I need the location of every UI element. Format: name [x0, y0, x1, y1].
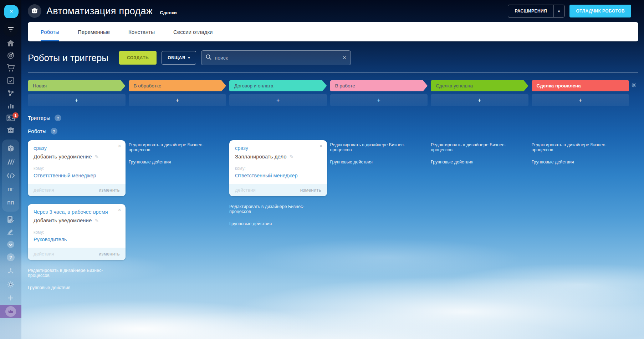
stage-in-work[interactable]: В работе	[330, 80, 428, 91]
robot-timing-link[interactable]: сразу	[34, 145, 47, 151]
automation-logo	[28, 4, 41, 18]
recipient-link[interactable]: Ответственный менеджер	[34, 173, 96, 178]
designer-link[interactable]: Редактировать в дизайнере Бизнес-процесс…	[330, 142, 423, 152]
help-icon: ?	[7, 253, 15, 261]
close-icon[interactable]: ×	[118, 143, 121, 148]
add-robot-button-3[interactable]: +	[229, 94, 327, 106]
card-edit-link[interactable]: изменить	[99, 187, 120, 193]
designer-link[interactable]: Редактировать в дизайнере Бизнес-процесс…	[431, 142, 523, 152]
sidebar-item-pg[interactable]: ПГ	[3, 182, 19, 196]
close-icon[interactable]: ×	[320, 143, 323, 148]
edit-pencil-icon[interactable]: ✎	[94, 218, 99, 223]
group-actions-link[interactable]: Групповые действия	[431, 160, 523, 165]
stages-grid: Новая В обработке Договор и оплата В раб…	[28, 80, 629, 91]
edit-pencil-icon[interactable]: ✎	[94, 154, 99, 160]
card-edit-link[interactable]: изменить	[99, 251, 120, 257]
funnel-select-label: ОБЩАЯ	[168, 55, 185, 60]
signature-icon	[6, 229, 15, 235]
card-edit-link[interactable]: изменить	[300, 187, 321, 193]
sidebar-item-network[interactable]	[3, 87, 19, 99]
search-input[interactable]	[215, 55, 339, 61]
tab-debug-sessions[interactable]: Сессии отладки	[173, 22, 213, 41]
sidebar-item-sign[interactable]	[3, 226, 19, 238]
stage-deal-won[interactable]: Сделка успешна	[431, 80, 528, 91]
robots-help-icon[interactable]: ?	[51, 128, 57, 135]
chevron-down-icon	[7, 241, 15, 248]
stage-in-progress[interactable]: В обработке	[129, 80, 226, 91]
main-area: Автоматизация продаж Сделки РАСШИРЕНИЯ ▾…	[21, 0, 644, 339]
add-robot-button-1[interactable]: +	[28, 94, 126, 106]
header-buttons: РАСШИРЕНИЯ ▾ ОТЛАДЧИК РОБОТОВ	[508, 5, 631, 17]
card-actions-link[interactable]: действия	[235, 187, 256, 193]
stages-settings-button[interactable]	[629, 82, 638, 89]
extensions-caret-icon[interactable]: ▾	[553, 5, 564, 17]
sidebar-item-shop[interactable]	[3, 62, 19, 74]
robot-timing-link[interactable]: Через 3 часа, в рабочее время	[34, 209, 108, 215]
robot-debugger-button[interactable]: ОТЛАДЧИК РОБОТОВ	[569, 5, 631, 17]
search-icon	[206, 54, 211, 61]
designer-link[interactable]: Редактировать в дизайнере Бизнес-процесс…	[129, 142, 221, 152]
tab-constants[interactable]: Константы	[128, 22, 155, 41]
add-robot-button-5[interactable]: +	[431, 94, 528, 106]
recipient-link[interactable]: Руководитель	[34, 237, 67, 242]
card-actions-link[interactable]: действия	[34, 251, 54, 257]
tab-variables[interactable]: Переменные	[78, 22, 110, 41]
robot-card-footer: действия изменить	[28, 184, 126, 196]
sidebar-item-market[interactable]	[3, 142, 19, 155]
tab-robots[interactable]: Роботы	[41, 22, 59, 41]
card-actions-link[interactable]: действия	[34, 187, 54, 193]
sidebar-item-pp[interactable]: ПП	[3, 196, 19, 209]
sidebar-item-m-app[interactable]	[3, 155, 19, 169]
sidebar-item-home[interactable]	[3, 37, 19, 49]
sidebar-item-crm[interactable]	[3, 49, 19, 62]
designer-link[interactable]: Редактировать в дизайнере Бизнес-процесс…	[229, 204, 322, 214]
sidebar-item-documents[interactable]	[3, 213, 19, 226]
group-actions-link[interactable]: Групповые действия	[532, 160, 624, 165]
recipient-label: кому:	[34, 230, 120, 235]
add-robot-button-4[interactable]: +	[330, 94, 428, 106]
m-logo-icon	[7, 159, 15, 165]
sidebar-item-feed[interactable]	[3, 22, 19, 37]
sidebar-item-more[interactable]	[3, 238, 19, 251]
sidebar-item-contacts[interactable]: 1	[3, 112, 19, 124]
sidebar-item-settings[interactable]	[3, 278, 19, 291]
sidebar-item-help[interactable]: ?	[3, 251, 19, 264]
tabs-bar: Роботы Переменные Константы Сессии отлад…	[28, 22, 638, 41]
funnel-select-button[interactable]: ОБЩАЯ ▾	[162, 51, 196, 65]
designer-link[interactable]: Редактировать в дизайнере Бизнес-процесс…	[28, 268, 121, 278]
extensions-button[interactable]: РАСШИРЕНИЯ ▾	[508, 5, 564, 17]
sidebar-item-analytics[interactable]	[3, 99, 19, 112]
robot-card-footer: действия изменить	[229, 184, 327, 196]
stage-deal-lost[interactable]: Сделка провалена	[532, 80, 629, 91]
stage-new[interactable]: Новая	[28, 80, 126, 91]
group-actions-link[interactable]: Групповые действия	[229, 221, 322, 226]
robot-timing-link[interactable]: сразу	[235, 145, 248, 151]
group-actions-link[interactable]: Групповые действия	[330, 160, 423, 165]
stage-contract-payment[interactable]: Договор и оплата	[229, 80, 327, 91]
sidebar-item-add[interactable]	[3, 291, 19, 305]
sidebar-item-robots[interactable]	[3, 124, 19, 137]
sidebar-item-premium[interactable]	[0, 305, 21, 318]
sidebar-item-tasks[interactable]	[3, 74, 19, 87]
search-clear-icon[interactable]: ×	[343, 55, 346, 61]
home-icon	[7, 40, 15, 47]
triggers-help-icon[interactable]: ?	[55, 115, 61, 121]
search-box: ×	[201, 50, 351, 65]
sidebar-item-share[interactable]	[3, 264, 19, 278]
add-robot-button-2[interactable]: +	[129, 94, 226, 106]
group-actions-link[interactable]: Групповые действия	[28, 285, 121, 290]
robot-card-body: сразу Добавить уведомление ✎ кому: Ответ…	[28, 140, 126, 184]
designer-link[interactable]: Редактировать в дизайнере Бизнес-процесс…	[532, 142, 624, 152]
edit-pencil-icon[interactable]: ✎	[290, 154, 294, 160]
create-button[interactable]: СОЗДАТЬ	[119, 51, 157, 65]
sidebar-item-dev[interactable]	[3, 169, 19, 182]
section-title: Роботы и триггеры	[28, 52, 108, 64]
sidebar-close-button[interactable]: ×	[4, 5, 19, 18]
recipient-link[interactable]: Ответственный менеджер	[235, 173, 298, 178]
breadcrumb[interactable]: Сделки	[160, 10, 177, 15]
extensions-button-label[interactable]: РАСШИРЕНИЯ	[508, 9, 553, 14]
close-icon[interactable]: ×	[118, 207, 121, 212]
group-actions-link[interactable]: Групповые действия	[129, 160, 221, 165]
add-robot-button-6[interactable]: +	[532, 94, 629, 106]
sidebar-market-group: ПГ ПП	[2, 140, 19, 212]
